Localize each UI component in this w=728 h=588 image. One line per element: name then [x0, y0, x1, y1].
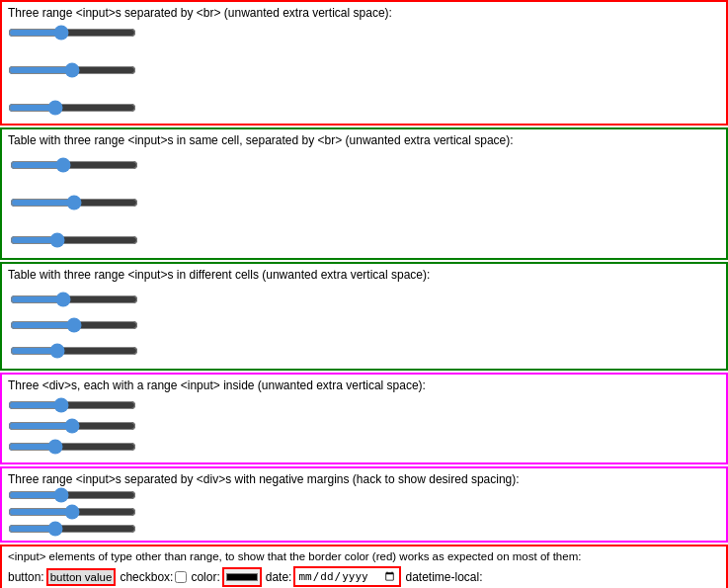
section2-cell — [10, 153, 138, 252]
button-item: button: — [8, 568, 116, 586]
range-1-1[interactable] — [8, 24, 136, 42]
bottom-row1: button: checkbox: color: date: datetime-… — [8, 566, 720, 587]
section3-cell3 — [10, 339, 138, 363]
range-4-2[interactable] — [8, 417, 136, 435]
checkbox-label: checkbox: — [120, 570, 173, 584]
color-item: color: — [191, 567, 261, 587]
range-5-2[interactable] — [8, 503, 136, 521]
range-2-3[interactable] — [10, 231, 138, 249]
section5: Three range <input>s separated by <div>s… — [0, 466, 728, 543]
section2-title: Table with three range <input>s in same … — [8, 133, 720, 147]
section3-cell1 — [10, 288, 138, 311]
range-4-3[interactable] — [8, 438, 136, 456]
section5-title: Three range <input>s separated by <div>s… — [8, 472, 720, 486]
datetime-label: datetime-local: — [405, 570, 482, 584]
range-5-3[interactable] — [8, 520, 136, 538]
bottom-title: <input> elements of type other than rang… — [8, 550, 720, 562]
range-3-3[interactable] — [10, 342, 138, 360]
section4-title: Three <div>s, each with a range <input> … — [8, 378, 720, 392]
section2: Table with three range <input>s in same … — [0, 127, 728, 260]
date-item: date: — [266, 566, 402, 587]
date-input[interactable] — [293, 566, 401, 587]
color-label: color: — [191, 570, 219, 584]
section4-div3 — [8, 438, 720, 456]
neg-div3 — [8, 520, 720, 538]
range-2-2[interactable] — [10, 194, 138, 211]
range-2-1[interactable] — [10, 156, 138, 174]
section3: Table with three range <input>s in diffe… — [0, 262, 728, 371]
section3-table — [8, 286, 142, 365]
date-label: date: — [266, 570, 292, 584]
range-4-1[interactable] — [8, 396, 136, 414]
section4-div1 — [8, 396, 720, 414]
range-3-2[interactable] — [10, 316, 138, 334]
section3-title: Table with three range <input>s in diffe… — [8, 268, 720, 282]
section4: Three <div>s, each with a range <input> … — [0, 373, 728, 464]
range-1-3[interactable] — [8, 99, 136, 117]
bottom-section: <input> elements of type other than rang… — [0, 545, 728, 588]
checkbox-item: checkbox: — [120, 570, 187, 584]
neg-div2 — [8, 503, 720, 521]
section3-cell2 — [10, 313, 138, 337]
color-input[interactable] — [222, 567, 262, 587]
range-3-1[interactable] — [10, 291, 138, 308]
section2-table — [8, 151, 142, 254]
range-5-1[interactable] — [8, 486, 136, 504]
section1: Three range <input>s separated by <br> (… — [0, 0, 728, 126]
button-input[interactable] — [46, 568, 117, 586]
range-1-2[interactable] — [8, 61, 136, 79]
datetime-item: datetime-local: — [405, 570, 482, 584]
button-label: button: — [8, 570, 44, 584]
checkbox-input[interactable] — [175, 571, 187, 583]
section1-title: Three range <input>s separated by <br> (… — [8, 6, 720, 20]
neg-div1 — [8, 486, 720, 504]
section4-div2 — [8, 417, 720, 435]
